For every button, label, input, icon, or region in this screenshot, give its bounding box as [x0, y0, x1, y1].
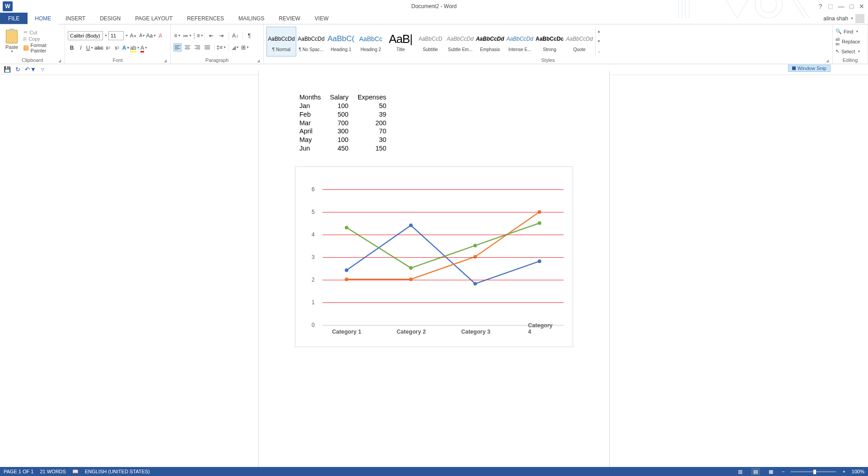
document-area[interactable]: MonthsSalaryExpenses Jan10050Feb50039Mar…	[0, 75, 868, 467]
borders-button[interactable]: ⊞▼	[241, 43, 249, 52]
find-button[interactable]: 🔍Find▼	[835, 27, 859, 36]
bold-button[interactable]: B	[68, 44, 76, 52]
tab-page-layout[interactable]: PAGE LAYOUT	[128, 13, 180, 24]
align-left-button[interactable]	[173, 43, 182, 52]
svg-point-0	[755, 0, 782, 18]
font-name-input[interactable]	[68, 31, 103, 40]
shrink-font-button[interactable]: A▼	[138, 32, 146, 40]
style-title[interactable]: AaB|Title	[386, 27, 415, 57]
paste-button[interactable]: Paste ▼	[3, 27, 21, 57]
style-quote[interactable]: AaBbCcDdQuote	[565, 27, 594, 57]
tab-design[interactable]: DESIGN	[93, 13, 128, 24]
line-spacing-button[interactable]: ‡≡▼	[217, 43, 225, 52]
print-layout-button[interactable]: ▤	[751, 468, 760, 475]
tab-file[interactable]: FILE	[0, 13, 28, 24]
tab-insert[interactable]: INSERT	[58, 13, 93, 24]
shading-button[interactable]: ◢▼	[231, 43, 239, 52]
group-styles: AaBbCcDd¶ NormalAaBbCcDd¶ No Spac...AaBb…	[264, 24, 833, 64]
chart-marker	[345, 269, 348, 272]
tab-references[interactable]: REFERENCES	[180, 13, 231, 24]
style--normal[interactable]: AaBbCcDd¶ Normal	[266, 27, 296, 57]
font-size-input[interactable]	[108, 31, 124, 40]
style-intense-e-[interactable]: AaBbCcDdIntense E...	[505, 27, 535, 57]
qat-customize[interactable]: ▽	[41, 67, 44, 72]
style-emphasis[interactable]: AaBbCcDdEmphasis	[475, 27, 505, 57]
repeat-button[interactable]: ↻	[15, 66, 20, 73]
tab-view[interactable]: VIEW	[308, 13, 336, 24]
word-count[interactable]: 21 WORDS	[40, 469, 65, 474]
style-subtitle[interactable]: AaBbCcDSubtitle	[415, 27, 445, 57]
numbering-button[interactable]: ≔▼	[183, 32, 191, 40]
help-icon[interactable]: ?	[819, 3, 822, 10]
justify-button[interactable]	[203, 43, 211, 52]
clear-formatting-button[interactable]: A̷	[156, 32, 164, 40]
group-font: ▼ ▼ A▲ A▼ Aa▼ A̷ B I U▼ abc x2 x2 A▼ ab▼…	[65, 24, 171, 64]
align-center-button[interactable]	[183, 43, 191, 52]
page-number[interactable]: PAGE 1 OF 1	[4, 469, 33, 474]
web-layout-button[interactable]: ▦	[766, 468, 775, 475]
superscript-button[interactable]: x2	[113, 44, 121, 52]
chevron-down-icon[interactable]: ▼	[104, 34, 107, 37]
bullets-button[interactable]: ≡▼	[173, 32, 182, 40]
restore-icon[interactable]: □	[850, 3, 854, 10]
select-button[interactable]: ↖Select▼	[835, 47, 861, 56]
minimize-icon[interactable]: —	[838, 3, 845, 10]
zoom-slider[interactable]	[791, 471, 836, 472]
styles-scroll-down[interactable]: ▼	[596, 37, 602, 47]
spellcheck-icon[interactable]: 📖	[72, 469, 79, 475]
styles-scroll-up[interactable]: ▲	[596, 27, 602, 37]
highlight-button[interactable]: ab▼	[131, 44, 139, 52]
dialog-launcher-icon[interactable]: ◢	[826, 59, 829, 63]
grow-font-button[interactable]: A▲	[129, 32, 137, 40]
zoom-out-button[interactable]: −	[782, 469, 784, 474]
chart-marker	[473, 255, 477, 259]
replace-button[interactable]: abacReplace	[835, 37, 860, 46]
page[interactable]: MonthsSalaryExpenses Jan10050Feb50039Mar…	[259, 71, 609, 467]
style-subtle-em-[interactable]: AaBbCcDdSubtle Em...	[445, 27, 475, 57]
zoom-level[interactable]: 100%	[852, 469, 864, 474]
decrease-indent-button[interactable]: ⇤	[207, 32, 215, 40]
tab-mailings[interactable]: MAILINGS	[231, 13, 271, 24]
table-header: Months	[295, 93, 326, 102]
font-color-button[interactable]: A▼	[140, 44, 148, 52]
dialog-launcher-icon[interactable]: ◢	[58, 59, 61, 63]
change-case-button[interactable]: Aa▼	[147, 32, 155, 40]
strikethrough-button[interactable]: abc	[95, 44, 103, 52]
ribbon-display-icon[interactable]: ⬚	[828, 3, 833, 9]
table-row: April30070	[295, 127, 391, 136]
tab-review[interactable]: REVIEW	[271, 13, 307, 24]
close-icon[interactable]: ✕	[859, 3, 864, 10]
align-right-button[interactable]	[193, 43, 201, 52]
dialog-launcher-icon[interactable]: ◢	[164, 59, 167, 63]
text-effects-button[interactable]: A▼	[122, 44, 130, 52]
read-mode-button[interactable]: ▥	[736, 468, 745, 475]
user-menu[interactable]: alina shah ▼	[820, 13, 868, 24]
underline-button[interactable]: U▼	[86, 44, 94, 52]
y-tick-label: 6	[312, 186, 315, 193]
chart-marker	[345, 226, 348, 229]
line-chart[interactable]: 0123456Category 1Category 2Category 3Cat…	[295, 166, 573, 347]
increase-indent-button[interactable]: ⇥	[217, 32, 225, 40]
show-marks-button[interactable]: ¶	[245, 32, 253, 40]
undo-button[interactable]: ↶▼	[25, 66, 36, 73]
copy-button[interactable]: ⎘Copy	[23, 36, 62, 42]
cut-button[interactable]: ✂Cut	[23, 29, 62, 35]
save-button[interactable]: 💾	[4, 66, 11, 73]
zoom-in-button[interactable]: +	[842, 469, 845, 474]
dialog-launcher-icon[interactable]: ◢	[257, 59, 260, 63]
styles-expand[interactable]: ⌄	[596, 47, 602, 57]
sort-button[interactable]: A↓	[231, 32, 239, 40]
subscript-button[interactable]: x2	[104, 44, 112, 52]
tab-home[interactable]: HOME	[28, 13, 58, 24]
style-heading-1[interactable]: AaBbC(Heading 1	[326, 27, 356, 57]
multilevel-button[interactable]: ⋮≡▼	[193, 32, 201, 40]
language[interactable]: ENGLISH (UNITED STATES)	[85, 469, 150, 474]
data-table: MonthsSalaryExpenses Jan10050Feb50039Mar…	[295, 93, 391, 153]
style-strong[interactable]: AaBbCcDcStrong	[535, 27, 565, 57]
format-painter-button[interactable]: Format Painter	[23, 42, 62, 53]
style--no-spac-[interactable]: AaBbCcDd¶ No Spac...	[296, 27, 326, 57]
table-header: Expenses	[353, 93, 391, 102]
chevron-down-icon[interactable]: ▼	[125, 34, 128, 37]
italic-button[interactable]: I	[77, 44, 85, 52]
style-heading-2[interactable]: AaBbCcHeading 2	[356, 27, 386, 57]
